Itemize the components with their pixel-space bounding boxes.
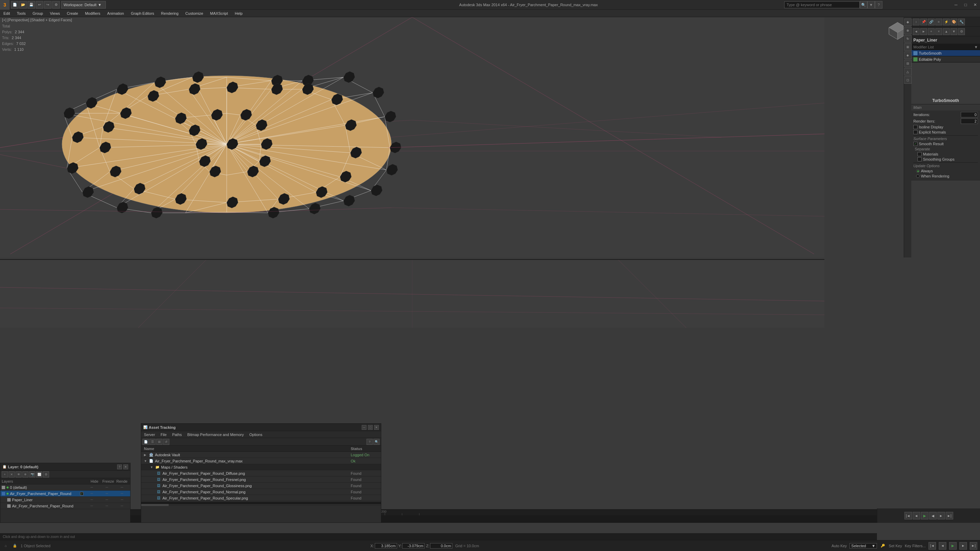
layers-close-btn[interactable]: ✕ — [123, 464, 128, 469]
rt-6[interactable]: ⊟ — [904, 60, 912, 67]
asset-menu-bitmap[interactable]: Bitmap Performance and Memory — [185, 431, 246, 438]
asset-toolbar-list[interactable]: ☰ — [150, 439, 156, 445]
menu-group[interactable]: Group — [29, 10, 47, 17]
rt-rotate-btn[interactable]: ↻ — [904, 35, 912, 43]
layers-select-btn[interactable]: ⬜ — [36, 472, 42, 478]
asset-toolbar-refresh[interactable]: ↺ — [163, 439, 169, 445]
rp-icon-back[interactable]: ◄ — [913, 28, 920, 35]
rp-icon-movedown[interactable]: ▼ — [950, 28, 957, 35]
save-btn[interactable]: 💾 — [27, 1, 35, 9]
asset-toolbar-new[interactable]: 📄 — [143, 439, 149, 445]
rt-7[interactable]: △ — [904, 68, 912, 76]
open-btn[interactable]: 📂 — [19, 1, 27, 9]
layers-hide-btn[interactable]: 👁 — [16, 472, 22, 478]
redo-btn[interactable]: ↪ — [44, 1, 51, 9]
rp-icon-delete[interactable]: × — [935, 28, 942, 35]
asset-row-vault[interactable]: ▶ 🏦 Autodesk Vault Logged On — [141, 452, 381, 458]
rp-icon-settings2[interactable]: ⚙ — [958, 28, 965, 35]
asset-hscroll[interactable] — [141, 504, 169, 506]
layers-freeze-btn[interactable]: ❄ — [22, 472, 29, 478]
layers-help-btn[interactable]: ? — [117, 464, 122, 469]
inline-next-btn[interactable]: ►| — [970, 542, 977, 549]
asset-toolbar-filter[interactable]: 🔍 — [373, 439, 380, 445]
asset-row-normal[interactable]: 🖼 Air_Fryer_Parchment_Paper_Round_Normal… — [141, 489, 381, 495]
always-radio[interactable] — [916, 169, 920, 173]
menu-views[interactable]: Views — [46, 10, 63, 17]
asset-toolbar-grid[interactable]: ⊞ — [156, 439, 162, 445]
autokey-dropdown[interactable]: Selected ▼ — [850, 543, 877, 549]
menu-create[interactable]: Create — [63, 10, 81, 17]
when-rendering-radio-row[interactable]: When Rendering — [913, 174, 978, 178]
play-reverse-btn[interactable]: ◀ — [929, 512, 937, 519]
asset-row-maps[interactable]: ▼ 📁 Maps / Shaders — [141, 464, 381, 470]
viewport-3d[interactable] — [0, 17, 824, 257]
asset-close-btn[interactable]: ✕ — [374, 425, 379, 430]
rp-icon-move[interactable]: ↕ — [913, 19, 920, 25]
rp-icon-forward[interactable]: ► — [920, 28, 927, 35]
menu-modifiers[interactable]: Modifiers — [81, 10, 104, 17]
explicit-row[interactable]: Explicit Normals — [913, 130, 978, 134]
materials-checkbox[interactable] — [918, 152, 922, 156]
rp-icon-5[interactable]: ⚡ — [943, 19, 950, 25]
undo-btn[interactable]: ↩ — [36, 1, 43, 9]
layer-row-paper-liner[interactable]: Paper_Liner ─ ─ ─ — [0, 497, 130, 503]
rt-select-btn[interactable]: ✚ — [904, 19, 912, 26]
rp-icon-moveup[interactable]: ▲ — [943, 28, 950, 35]
menu-rendering[interactable]: Rendering — [158, 10, 182, 17]
menu-maxscript[interactable]: MAXScript — [207, 10, 232, 17]
layers-render-btn[interactable]: 📷 — [29, 472, 35, 478]
smoothing-checkbox[interactable] — [918, 157, 922, 161]
always-radio-row[interactable]: Always — [913, 169, 978, 173]
menu-customize[interactable]: Customize — [182, 10, 207, 17]
inline-play[interactable]: ▶ — [949, 542, 957, 549]
rt-scale-btn[interactable]: ⊞ — [904, 43, 912, 51]
inline-prev-btn[interactable]: |◄ — [929, 542, 936, 549]
modifier-editable-poly[interactable]: Editable Poly — [911, 56, 980, 62]
menu-tools[interactable]: Tools — [13, 10, 29, 17]
asset-min-btn[interactable]: ─ — [362, 425, 366, 430]
minimize-btn[interactable]: ─ — [951, 0, 961, 10]
close-btn[interactable]: ✕ — [970, 0, 980, 10]
help-btn[interactable]: ? — [875, 1, 883, 9]
explicit-checkbox[interactable] — [913, 130, 918, 134]
rp-icon-link[interactable]: 🔗 — [928, 19, 935, 25]
smoothing-row[interactable]: Smoothing Groups — [913, 157, 978, 161]
smooth-result-checkbox[interactable] — [913, 142, 918, 146]
search-button[interactable]: 🔍 — [860, 1, 867, 9]
isoline-checkbox[interactable] — [913, 125, 918, 129]
bottom-icon-lock[interactable]: 🔒 — [12, 543, 18, 549]
prev-frame-start-btn[interactable]: |◄ — [904, 512, 912, 519]
rt-8[interactable]: ◻ — [904, 76, 912, 84]
setkey-btn[interactable]: 🔑 — [880, 543, 886, 549]
search-options-btn[interactable]: ▼ — [867, 1, 875, 9]
rt-5[interactable]: ◈ — [904, 51, 912, 59]
asset-menu-file[interactable]: File — [158, 431, 169, 438]
rt-move-btn[interactable]: ⊕ — [904, 27, 912, 34]
menu-animation[interactable]: Animation — [104, 10, 127, 17]
maximize-btn[interactable]: □ — [961, 0, 970, 10]
asset-row-glossiness[interactable]: 🖼 Air_Fryer_Parchment_Paper_Round_Glossi… — [141, 483, 381, 489]
asset-menu-options[interactable]: Options — [247, 431, 265, 438]
materials-row[interactable]: Materials — [913, 152, 978, 156]
layer-row-default[interactable]: 0 (default) ─ ─ ─ — [0, 484, 130, 491]
asset-toolbar-help[interactable]: ? — [366, 439, 373, 445]
menu-graph-editors[interactable]: Graph Editors — [127, 10, 158, 17]
asset-row-file[interactable]: ▼ 📄 Air_Fryer_Parchment_Paper_Round_max_… — [141, 458, 381, 464]
layers-new-btn[interactable]: + — [2, 472, 8, 478]
smooth-result-row[interactable]: Smooth Result — [913, 142, 978, 146]
isoline-row[interactable]: Isoline Display — [913, 125, 978, 129]
iterations-input[interactable] — [961, 112, 978, 118]
bottom-icon-home[interactable]: ⌂ — [3, 543, 9, 549]
layers-delete-btn[interactable]: ✕ — [9, 472, 15, 478]
rp-icon-create[interactable]: + — [928, 28, 935, 35]
layers-settings-btn[interactable]: ⚙ — [43, 472, 49, 478]
search-input[interactable] — [784, 2, 860, 8]
new-btn[interactable]: 📄 — [11, 1, 19, 9]
inline-next-frame[interactable]: ► — [959, 542, 967, 549]
rp-icon-7[interactable]: 🔧 — [958, 19, 965, 25]
next-frame-btn[interactable]: ► — [937, 512, 945, 519]
rp-icon-6[interactable]: 🎨 — [950, 19, 957, 25]
play-btn[interactable]: ▶ — [921, 512, 929, 519]
inline-prev-frame[interactable]: ◄ — [939, 542, 947, 549]
asset-menu-paths[interactable]: Paths — [169, 431, 185, 438]
